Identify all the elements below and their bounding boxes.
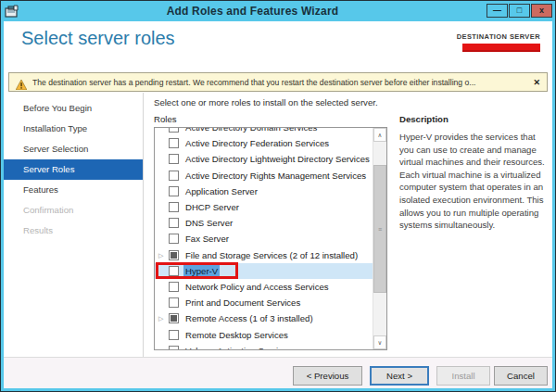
scroll-down-icon[interactable]: ∨ [373, 335, 386, 349]
role-row-application-server[interactable]: Application Server [155, 183, 373, 199]
warning-close-icon[interactable]: ✕ [533, 78, 540, 87]
role-row-network-policy-and-access-services[interactable]: Network Policy and Access Services [155, 279, 373, 295]
role-row-active-directory-domain-services[interactable]: Active Directory Domain Services [155, 127, 373, 135]
role-label: Active Directory Domain Services [185, 127, 317, 133]
role-label: Remote Desktop Services [185, 329, 288, 341]
role-checkbox[interactable] [169, 138, 179, 148]
expand-arrow-icon[interactable]: ▷ [158, 315, 169, 322]
install-button: Install [436, 366, 490, 386]
role-checkbox[interactable] [169, 297, 179, 308]
role-checkbox[interactable] [169, 202, 179, 212]
scroll-up-icon[interactable]: ∧ [373, 128, 386, 142]
role-checkbox[interactable] [169, 218, 179, 228]
title-bar[interactable]: Add Roles and Features Wizard —□x [1, 1, 555, 21]
role-checkbox[interactable] [169, 330, 179, 340]
role-row-active-directory-lightweight-directory-services[interactable]: Active Directory Lightweight Directory S… [155, 151, 373, 167]
role-checkbox[interactable] [169, 313, 179, 323]
role-row-active-directory-rights-management-services[interactable]: Active Directory Rights Management Servi… [155, 168, 373, 183]
role-label: Network Policy and Access Services [185, 281, 329, 293]
sidebar-item-before-you-begin[interactable]: Before You Begin [4, 98, 143, 119]
role-checkbox[interactable] [169, 234, 179, 244]
role-label: Fax Server [185, 233, 229, 245]
role-row-remote-access-1-of-3-installed[interactable]: ▷Remote Access (1 of 3 installed) [155, 310, 373, 326]
sidebar-item-results: Results [4, 221, 143, 241]
sidebar-item-server-roles[interactable]: Server Roles [4, 159, 143, 180]
role-label: File and Storage Services (2 of 12 insta… [185, 249, 358, 261]
wizard-window: Add Roles and Features Wizard —□x Select… [0, 0, 556, 392]
roles-scrollbar[interactable]: ∧ ≡ ∨ [373, 128, 386, 349]
page-title: Select server roles [21, 28, 175, 49]
next-button[interactable]: Next > [370, 366, 429, 386]
maximize-button[interactable]: □ [509, 4, 530, 18]
minimize-button[interactable]: — [486, 4, 508, 18]
role-label: Remote Access (1 of 3 installed) [185, 312, 313, 324]
server-manager-icon [5, 5, 19, 18]
wizard-content: Before You BeginInstallation TypeServer … [4, 93, 552, 358]
role-checkbox[interactable] [169, 127, 179, 133]
sidebar-item-confirmation: Confirmation [4, 200, 143, 221]
sidebar-item-features[interactable]: Features [4, 180, 143, 200]
role-label: DNS Server [185, 217, 233, 229]
sidebar-item-installation-type[interactable]: Installation Type [4, 119, 143, 139]
role-checkbox[interactable] [169, 282, 179, 292]
role-row-fax-server[interactable]: Fax Server [155, 231, 373, 247]
role-label: Application Server [185, 185, 258, 197]
role-label: Print and Document Services [185, 297, 300, 309]
role-checkbox[interactable] [169, 250, 179, 260]
role-row-file-and-storage-services-2-of-12-installed[interactable]: ▷File and Storage Services (2 of 12 inst… [155, 247, 373, 263]
main-panel: Select one or more roles to install on t… [144, 93, 552, 358]
roles-rows: Active Directory Domain ServicesActive D… [155, 127, 373, 350]
role-row-volume-activation-services[interactable]: Volume Activation Services [155, 343, 373, 350]
wizard-steps-sidebar: Before You BeginInstallation TypeServer … [4, 93, 144, 358]
instruction-text: Select one or more roles to install on t… [154, 97, 378, 107]
role-row-remote-desktop-services[interactable]: Remote Desktop Services [155, 326, 373, 342]
scrollbar-thumb[interactable]: ≡ [373, 165, 386, 293]
role-label: Active Directory Lightweight Directory S… [185, 153, 370, 165]
role-description-text: Hyper-V provides the services that you c… [399, 131, 548, 232]
wizard-header: Select server roles DESTINATION SERVER [4, 21, 552, 70]
role-checkbox[interactable] [169, 154, 179, 164]
warning-icon [16, 77, 27, 87]
warning-text: The destination server has a pending res… [32, 78, 525, 87]
description-label: Description [399, 114, 449, 124]
window-title: Add Roles and Features Wizard [19, 5, 486, 18]
role-row-hyper-v[interactable]: Hyper-V [155, 263, 373, 279]
role-row-dhcp-server[interactable]: DHCP Server [155, 199, 373, 215]
role-label: Active Directory Federation Services [185, 137, 329, 149]
destination-server-block: DESTINATION SERVER [457, 32, 540, 52]
close-button[interactable]: x [531, 4, 552, 18]
destination-server-label: DESTINATION SERVER [457, 32, 540, 41]
role-row-dns-server[interactable]: DNS Server [155, 215, 373, 231]
server-name-redacted [462, 44, 540, 52]
role-label: Active Directory Rights Management Servi… [185, 170, 366, 182]
role-label: Hyper-V [183, 265, 220, 277]
role-checkbox[interactable] [169, 171, 179, 181]
cancel-button[interactable]: Cancel [494, 366, 548, 386]
sidebar-item-server-selection[interactable]: Server Selection [4, 139, 143, 159]
window-controls: —□x [486, 4, 552, 18]
role-checkbox[interactable] [169, 346, 179, 350]
roles-list-label: Roles [154, 114, 177, 124]
role-row-print-and-document-services[interactable]: Print and Document Services [155, 295, 373, 310]
role-checkbox[interactable] [169, 186, 179, 196]
role-checkbox[interactable] [169, 266, 179, 276]
pending-restart-warning: The destination server has a pending res… [8, 72, 548, 92]
previous-button[interactable]: < Previous [293, 366, 362, 386]
roles-listbox[interactable]: Active Directory Domain ServicesActive D… [154, 127, 387, 350]
wizard-footer: < PreviousNext >InstallCancel [4, 357, 552, 388]
role-row-active-directory-federation-services[interactable]: Active Directory Federation Services [155, 135, 373, 151]
expand-arrow-icon[interactable]: ▷ [158, 252, 169, 259]
role-label: Volume Activation Services [185, 345, 292, 350]
role-label: DHCP Server [185, 201, 239, 213]
